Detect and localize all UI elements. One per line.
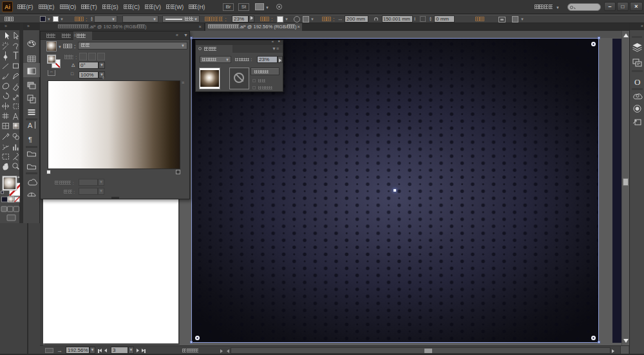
svg-text:A: A (28, 122, 33, 129)
svg-text:O: O (634, 77, 640, 87)
svg-text:¶: ¶ (28, 136, 32, 143)
